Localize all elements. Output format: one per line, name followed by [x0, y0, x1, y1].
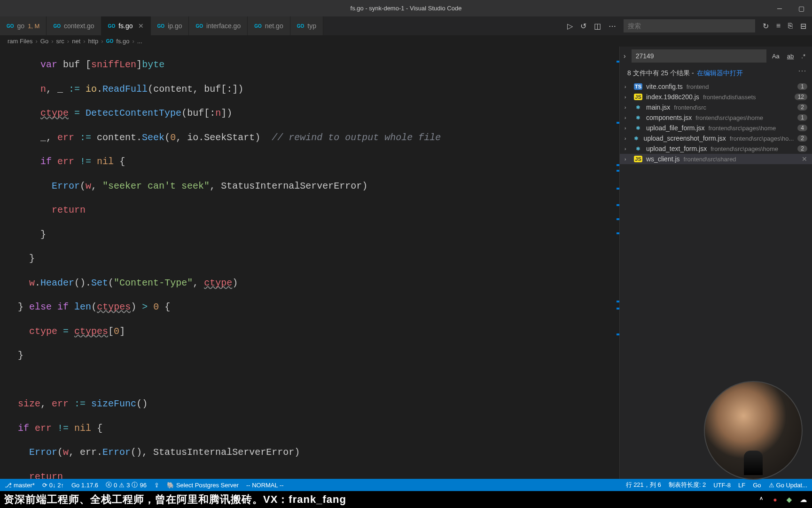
tray-icon[interactable]: ●	[771, 495, 780, 504]
port-icon[interactable]: ⇪	[154, 482, 159, 489]
go-icon: GO	[254, 24, 262, 29]
tab-actions: ▷ ↺ ◫ ⋯ ↻ ≡ ⎘ ⊟	[562, 16, 812, 35]
maximize-button[interactable]: ▢	[790, 0, 812, 16]
search-result-file[interactable]: ›⚛upload_screenshot_form.jsx frontend\sr…	[620, 133, 812, 143]
file-path: frontend\src\shared	[684, 156, 736, 163]
language-mode[interactable]: Go	[753, 481, 761, 489]
file-name: vite.config.ts	[646, 83, 683, 90]
more-icon[interactable]: ⋯	[609, 22, 616, 31]
match-case-toggle[interactable]: Aa	[770, 52, 781, 61]
search-result-file[interactable]: ›⚛main.jsx frontend\src2	[620, 102, 812, 112]
go-update[interactable]: ⚠ Go Updat...	[769, 481, 807, 489]
tab-fs-active[interactable]: GO fs.go ✕	[102, 16, 151, 35]
vim-mode: -- NORMAL --	[246, 482, 284, 489]
file-type-icon: ⚛	[634, 145, 642, 152]
cursor-position[interactable]: 行 221，列 6	[626, 481, 661, 489]
search-summary: 8 文件中有 25 个结果 - 在编辑器中打开	[620, 65, 812, 81]
code-editor[interactable]: var buf [sniffLen]byte n, _ := io.ReadFu…	[0, 47, 614, 479]
main-area: var buf [sniffLen]byte n, _ := io.ReadFu…	[0, 47, 812, 479]
chevron-right-icon: ›	[625, 157, 630, 162]
chevron-right-icon: ›	[625, 95, 630, 100]
file-name: upload_file_form.jsx	[646, 124, 705, 132]
chevron-right-icon: ›	[625, 126, 630, 131]
chevron-right-icon[interactable]: ›	[622, 50, 628, 62]
regex-toggle[interactable]: .*	[799, 52, 807, 61]
minimize-button[interactable]: ─	[769, 0, 790, 16]
file-type-icon: ⚛	[634, 114, 642, 121]
run-icon[interactable]: ▷	[567, 22, 573, 31]
split-icon[interactable]: ◫	[594, 22, 601, 31]
match-word-toggle[interactable]: ab	[785, 52, 796, 61]
go-icon: GO	[106, 39, 114, 44]
subtitle-overlay: 资深前端工程师、全栈工程师，曾在阿里和腾讯搬砖。VX：frank_fang ＾ …	[0, 491, 812, 508]
search-result-file[interactable]: ›TSvite.config.ts frontend1	[620, 81, 812, 92]
search-result-file[interactable]: ›JSws_client.js frontend\src\shared✕	[620, 154, 812, 164]
tab-context[interactable]: GO context.go	[47, 16, 101, 35]
file-name: main.jsx	[646, 103, 670, 111]
tab-go[interactable]: GO go 1, M	[0, 16, 47, 35]
eol[interactable]: LF	[738, 481, 745, 489]
match-count-badge: 4	[797, 125, 807, 131]
tab-net[interactable]: GO net.go	[248, 16, 290, 35]
match-count-badge: 1	[797, 83, 807, 90]
chevron-right-icon: ›	[625, 115, 630, 120]
file-path: frontend\src	[674, 104, 706, 111]
file-name: index.19d8c200.js	[646, 93, 699, 101]
problems[interactable]: ⓧ 0 ⚠ 3 ⓘ 96	[106, 481, 147, 489]
search-input-row: › Aa ab .*	[620, 47, 812, 65]
history-icon[interactable]: ↺	[580, 22, 586, 31]
refresh-icon[interactable]: ↻	[763, 22, 769, 31]
go-icon: GO	[108, 24, 116, 29]
panel-search-input[interactable]	[624, 19, 755, 32]
new-file-icon[interactable]: ⎘	[788, 22, 793, 30]
go-icon: GO	[297, 24, 304, 29]
search-result-file[interactable]: ›⚛upload_text_form.jsx frontend\src\page…	[620, 143, 812, 154]
chevron-right-icon: ›	[625, 84, 630, 89]
tab-ip[interactable]: GO ip.go	[151, 16, 189, 35]
go-version[interactable]: Go 1.17.6	[71, 482, 98, 489]
tray-icon[interactable]: ◆	[785, 495, 794, 504]
close-icon[interactable]: ✕	[138, 22, 144, 30]
file-type-icon: JS	[634, 94, 642, 100]
breadcrumb[interactable]: ram Files› Go› src› net› http› GO fs.go›…	[0, 35, 812, 47]
git-sync[interactable]: ⟳ 0↓ 2↑	[42, 482, 64, 489]
file-name: upload_text_form.jsx	[646, 145, 707, 152]
clear-icon[interactable]: ≡	[776, 22, 781, 30]
webcam-overlay	[704, 381, 803, 480]
go-icon: GO	[53, 24, 61, 29]
file-type-icon: ⚛	[633, 135, 640, 142]
file-name: ws_client.js	[646, 155, 680, 163]
tab-typ[interactable]: GO typ	[290, 16, 323, 35]
match-count-badge: 2	[797, 145, 807, 152]
search-result-file[interactable]: ›⚛components.jsx frontend\src\pages\home…	[620, 112, 812, 123]
search-query-input[interactable]	[632, 49, 766, 63]
git-branch[interactable]: ⎇ master*	[5, 482, 35, 489]
chevron-up-icon[interactable]: ＾	[757, 495, 766, 504]
editor-tabs: GO go 1, M GO context.go GO fs.go ✕ GO i…	[0, 16, 812, 35]
tray-icon[interactable]: ☁	[799, 495, 808, 504]
tray-icons: ＾ ● ◆ ☁	[757, 495, 808, 504]
go-icon: GO	[157, 24, 165, 29]
collapse-icon[interactable]: ⊟	[800, 22, 806, 31]
match-count-badge: 2	[797, 135, 807, 142]
search-result-file[interactable]: ›⚛upload_file_form.jsx frontend\src\page…	[620, 123, 812, 133]
more-icon[interactable]: ⋯	[798, 65, 806, 76]
search-result-file[interactable]: ›JSindex.19d8c200.js frontend\dist\asset…	[620, 92, 812, 102]
search-options: Aa ab .*	[770, 52, 807, 61]
encoding[interactable]: UTF-8	[713, 481, 731, 489]
postgres-selector[interactable]: 🐘 Select Postgres Server	[167, 482, 239, 489]
chevron-right-icon: ›	[625, 105, 630, 110]
go-icon: GO	[7, 24, 14, 29]
tab-interface[interactable]: GO interface.go	[189, 16, 248, 35]
chevron-right-icon: ›	[625, 136, 629, 141]
close-icon[interactable]: ✕	[802, 155, 807, 163]
go-icon: GO	[195, 24, 203, 29]
tab-size[interactable]: 制表符长度: 2	[669, 481, 706, 489]
window-title: fs.go - synk-demo-1 - Visual Studio Code	[351, 5, 462, 12]
open-in-editor-link[interactable]: 在编辑器中打开	[697, 69, 743, 78]
file-path: frontend\dist\assets	[703, 94, 756, 101]
file-path: frontend\src\pages\home	[695, 114, 763, 121]
status-bar: ⎇ master* ⟳ 0↓ 2↑ Go 1.17.6 ⓧ 0 ⚠ 3 ⓘ 96…	[0, 479, 812, 491]
file-type-icon: JS	[634, 156, 642, 162]
minimap[interactable]	[614, 47, 619, 479]
